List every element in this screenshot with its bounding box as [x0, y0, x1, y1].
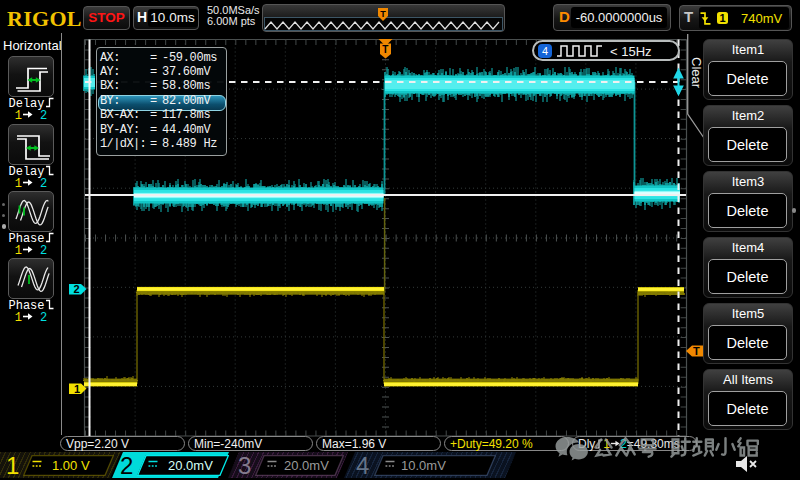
svg-text:2: 2: [74, 283, 80, 295]
svg-text:T: T: [693, 345, 700, 357]
svg-text:T: T: [382, 44, 388, 55]
svg-text:1: 1: [74, 383, 80, 395]
svg-text:T: T: [380, 9, 386, 19]
